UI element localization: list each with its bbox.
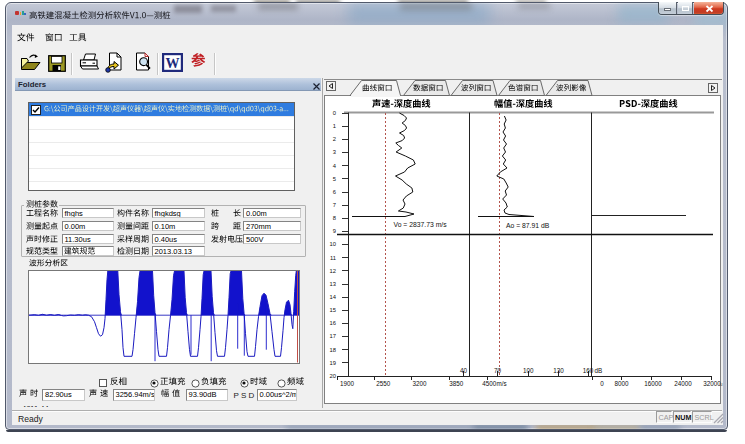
svg-text:W: W [166,56,180,71]
